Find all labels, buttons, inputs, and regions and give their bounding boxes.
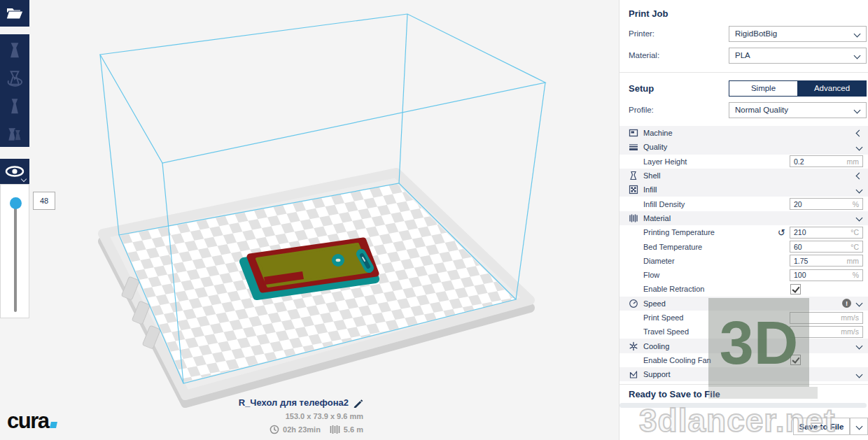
support-icon	[629, 369, 638, 379]
settings-list: Machine Quality Layer Height 0.2 mm	[620, 126, 868, 381]
chevron-expanded-icon	[856, 343, 863, 350]
chevron-down-icon	[854, 52, 861, 59]
profile-dropdown[interactable]: Normal Quality	[729, 102, 867, 118]
enable-cooling-fan-checkbox[interactable]	[790, 355, 801, 365]
setting-row-printing-temperature: Printing Temperature ↺ 210 °C	[620, 225, 868, 239]
chevron-expanded-icon	[856, 300, 863, 307]
settings-category-support[interactable]: Support	[620, 367, 868, 381]
layer-slider-track[interactable]	[14, 200, 17, 312]
material-value: PLA	[735, 51, 750, 59]
setting-row-layer-height: Layer Height 0.2 mm	[620, 155, 868, 169]
category-label: Quality	[643, 143, 667, 151]
printing-temperature-input[interactable]: 210 °C	[790, 227, 863, 239]
save-options-button[interactable]	[850, 418, 868, 435]
cura-logo-dot	[50, 422, 58, 428]
setting-value: 60	[794, 243, 802, 251]
tab-simple[interactable]: Simple	[729, 80, 797, 97]
eye-icon	[5, 166, 24, 177]
model-info: R_Чехол для телефона2 153.0 x 73.9 x 9.6…	[239, 397, 363, 434]
rotate-tool-icon[interactable]	[6, 69, 24, 87]
printer-value: RigidBotBig	[735, 29, 777, 38]
setting-row-infill-density: Infill Density 20 %	[620, 197, 868, 211]
printer-dropdown[interactable]: RigidBotBig	[729, 26, 867, 42]
layer-height-input[interactable]: 0.2 mm	[790, 155, 863, 167]
chevron-down-icon	[854, 107, 861, 114]
setting-row-enable-retraction: Enable Retraction	[620, 282, 868, 296]
settings-category-cooling[interactable]: Cooling	[620, 339, 868, 353]
setting-label: Print Speed	[643, 313, 683, 322]
settings-category-machine[interactable]: Machine	[620, 126, 868, 140]
profile-label: Profile:	[629, 106, 654, 114]
mirror-tool-icon[interactable]	[6, 125, 24, 143]
print-time: 02h 23min	[283, 425, 321, 434]
category-label: Machine	[643, 129, 673, 137]
setting-unit: mm	[847, 157, 860, 166]
setting-value: 0.2	[794, 157, 804, 166]
machine-icon	[629, 128, 638, 138]
print-speed-input[interactable]: mm/s	[790, 312, 863, 324]
diameter-input[interactable]: 1.75 mm	[790, 255, 863, 267]
view-mode-button[interactable]	[0, 159, 29, 184]
cooling-icon	[629, 341, 638, 351]
open-file-button[interactable]	[0, 0, 29, 27]
filament-icon	[330, 425, 340, 434]
setting-label: Diameter	[643, 257, 675, 265]
setting-unit: mm/s	[841, 313, 859, 322]
chevron-expanded-icon	[856, 186, 863, 193]
tool-group	[0, 34, 29, 147]
scale-tool-icon[interactable]	[6, 97, 24, 115]
quality-icon	[629, 142, 638, 152]
setting-unit: mm/s	[841, 327, 859, 336]
revert-icon[interactable]: ↺	[778, 228, 785, 237]
setting-label: Printing Temperature	[643, 228, 715, 236]
speed-icon	[629, 299, 638, 308]
info-icon[interactable]: !	[842, 299, 851, 308]
move-tool-icon[interactable]	[6, 41, 24, 59]
layer-slider-knob[interactable]	[10, 197, 22, 209]
setting-unit: %	[853, 271, 859, 279]
travel-speed-input[interactable]: mm/s	[790, 326, 863, 338]
save-to-file-button[interactable]: Save to File	[793, 418, 850, 435]
chevron-down-icon	[855, 423, 862, 430]
setting-label: Infill Density	[643, 200, 685, 208]
enable-retraction-checkbox[interactable]	[790, 284, 801, 294]
chevron-expanded-icon	[856, 143, 863, 150]
viewport-3d[interactable]: 48 R_Чехол для телефона2 153.0 x 73.9 x …	[0, 0, 619, 440]
print-job-title: Print Job	[629, 8, 668, 19]
progress-bar	[620, 403, 867, 408]
setting-value: 1.75	[794, 257, 808, 265]
chevron-collapsed-icon	[856, 172, 863, 179]
setting-value: 20	[794, 200, 802, 208]
cura-logo: cura	[7, 409, 57, 434]
category-label: Infill	[643, 185, 657, 194]
edit-pencil-icon[interactable]	[354, 398, 363, 408]
infill-density-input[interactable]: 20 %	[790, 198, 863, 210]
material-dropdown[interactable]: PLA	[729, 48, 867, 64]
material-icon	[629, 213, 638, 223]
settings-category-infill[interactable]: Infill	[620, 183, 868, 197]
settings-category-quality[interactable]: Quality	[620, 140, 868, 154]
tab-advanced[interactable]: Advanced	[797, 80, 867, 97]
shell-icon	[629, 171, 638, 180]
setting-label: Enable Cooling Fan	[643, 356, 711, 364]
status-title: Ready to Save to File	[629, 389, 720, 399]
setting-row-travel-speed: Travel Speed mm/s	[620, 325, 868, 339]
setting-unit: mm	[847, 257, 860, 265]
category-label: Material	[643, 214, 671, 222]
sidebar-panel: Print Job Printer: RigidBotBig Material:…	[619, 0, 868, 440]
setting-row-diameter: Diameter 1.75 mm	[620, 254, 868, 268]
category-label: Support	[643, 370, 671, 378]
flow-input[interactable]: 100 %	[790, 269, 863, 281]
settings-category-shell[interactable]: Shell	[620, 169, 868, 183]
printer-label: Printer:	[629, 29, 654, 38]
bed-temperature-input[interactable]: 60 °C	[790, 241, 863, 253]
setup-title: Setup	[629, 83, 654, 94]
category-label: Speed	[643, 299, 666, 308]
filament-length: 5.6 m	[344, 425, 363, 434]
settings-category-material[interactable]: Material	[620, 211, 868, 225]
material-label: Material:	[629, 51, 659, 59]
setup-mode-toggle: Simple Advanced	[729, 80, 867, 97]
settings-category-speed[interactable]: Speed !	[620, 297, 868, 311]
setting-label: Layer Height	[643, 157, 687, 166]
layer-number-input[interactable]: 48	[33, 192, 55, 210]
